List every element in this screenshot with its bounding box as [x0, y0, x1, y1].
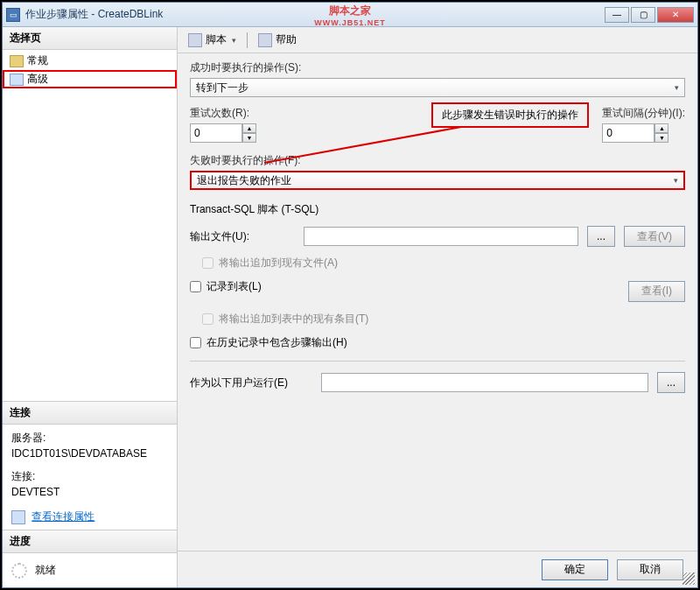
maximize-button[interactable]: ▢	[631, 7, 655, 23]
close-button[interactable]: ✕	[657, 7, 694, 23]
browse-button[interactable]: ...	[587, 226, 615, 247]
fail-action-dropdown[interactable]: 退出报告失败的作业	[190, 171, 685, 190]
retry-count-label: 重试次数(R):	[190, 106, 256, 121]
append-table-checkbox	[202, 313, 214, 325]
toolbar: 脚本 帮助	[178, 27, 697, 53]
dialog-footer: 确定 取消	[178, 551, 697, 587]
connection-value: DEVTEST	[11, 484, 168, 500]
folder-icon	[10, 55, 24, 67]
script-icon	[188, 33, 202, 47]
spin-up[interactable]: ▲	[242, 123, 256, 133]
view-connection-text[interactable]: 查看连接属性	[32, 510, 94, 523]
run-as-input[interactable]	[321, 373, 648, 392]
fail-action-value: 退出报告失败的作业	[197, 173, 291, 188]
content-area: 成功时要执行的操作(S): 转到下一步 重试次数(R): ▲▼ 此步	[178, 53, 697, 551]
spin-down[interactable]: ▼	[242, 133, 256, 143]
append-table-row: 将输出追加到表中的现有条目(T)	[202, 312, 685, 327]
success-action-value: 转到下一步	[196, 81, 248, 95]
server-label: 服务器:	[11, 430, 168, 446]
connection-icon	[11, 510, 25, 524]
view-connection-link[interactable]: 查看连接属性	[11, 509, 168, 524]
cancel-button[interactable]: 取消	[617, 559, 683, 580]
progress-icon	[11, 563, 27, 579]
server-value: IDC1DT01S\DEVDATABASE	[11, 446, 168, 461]
sidebar-item-general[interactable]: 常规	[3, 52, 177, 70]
append-file-label: 将输出追加到现有文件(A)	[219, 256, 338, 270]
ok-button[interactable]: 确定	[542, 559, 608, 580]
progress-value: 就绪	[35, 564, 56, 576]
log-table-label: 记录到表(L)	[206, 279, 262, 294]
view-table-button[interactable]: 查看(I)	[628, 281, 685, 302]
append-file-checkbox	[202, 257, 214, 269]
script-label: 脚本	[206, 32, 227, 47]
dialog-window: ▭ 作业步骤属性 - CreateDBLink — ▢ ✕ 脚本之家 WWW.J…	[2, 2, 698, 588]
success-action-dropdown[interactable]: 转到下一步	[190, 78, 685, 97]
sidebar-item-label: 常规	[27, 53, 48, 68]
history-checkbox[interactable]	[190, 337, 201, 348]
retry-count-field[interactable]	[190, 123, 242, 143]
script-button[interactable]: 脚本	[185, 31, 240, 49]
help-icon	[258, 33, 272, 47]
resize-grip[interactable]	[682, 572, 695, 585]
help-label: 帮助	[276, 32, 297, 47]
output-file-input[interactable]	[304, 227, 578, 246]
toolbar-separator	[247, 32, 248, 48]
run-as-label: 作为以下用户运行(E)	[190, 376, 312, 390]
spin-down[interactable]: ▼	[654, 133, 668, 143]
retry-interval-input[interactable]: ▲▼	[602, 123, 685, 143]
sidebar-item-advanced[interactable]: 高级	[3, 70, 177, 88]
run-as-browse-button[interactable]: ...	[657, 372, 685, 393]
page-icon	[10, 74, 24, 86]
retry-interval-field[interactable]	[602, 123, 654, 143]
watermark-sub: WWW.JB51.NET	[314, 17, 386, 29]
connection-header: 连接	[3, 402, 177, 425]
retry-count-input[interactable]: ▲▼	[190, 123, 256, 143]
tsql-section-label: Transact-SQL 脚本 (T-SQL)	[190, 202, 685, 217]
select-page-header: 选择页	[3, 27, 177, 50]
app-icon: ▭	[6, 8, 20, 22]
help-button[interactable]: 帮助	[255, 31, 300, 49]
watermark-main: 脚本之家	[314, 4, 386, 17]
spin-up[interactable]: ▲	[654, 123, 668, 133]
connection-label: 连接:	[11, 468, 168, 484]
success-action-label: 成功时要执行的操作(S):	[190, 60, 685, 75]
minimize-button[interactable]: —	[605, 7, 629, 23]
watermark: 脚本之家 WWW.JB51.NET	[314, 4, 386, 29]
output-file-label: 输出文件(U):	[190, 229, 295, 244]
callout-text: 此步骤发生错误时执行的操作	[442, 109, 578, 121]
main-panel: 脚本 帮助 成功时要执行的操作(S): 转到下一步 重试次数(R	[178, 27, 697, 587]
progress-header: 进度	[3, 530, 177, 553]
sidebar-item-label: 高级	[27, 72, 48, 87]
sidebar: 选择页 常规 高级 连接 服务器: IDC1DT01S\DEVDATABASE	[3, 27, 178, 587]
log-table-checkbox[interactable]	[190, 281, 201, 292]
append-table-label: 将输出追加到表中的现有条目(T)	[219, 312, 368, 327]
history-label: 在历史记录中包含步骤输出(H)	[206, 335, 347, 350]
append-file-row: 将输出追加到现有文件(A)	[202, 256, 685, 270]
error-callout: 此步骤发生错误时执行的操作	[431, 102, 589, 128]
fail-action-label: 失败时要执行的操作(F):	[190, 153, 685, 168]
retry-interval-label: 重试间隔(分钟)(I):	[602, 106, 685, 121]
separator	[190, 361, 685, 362]
view-output-button[interactable]: 查看(V)	[624, 226, 685, 247]
